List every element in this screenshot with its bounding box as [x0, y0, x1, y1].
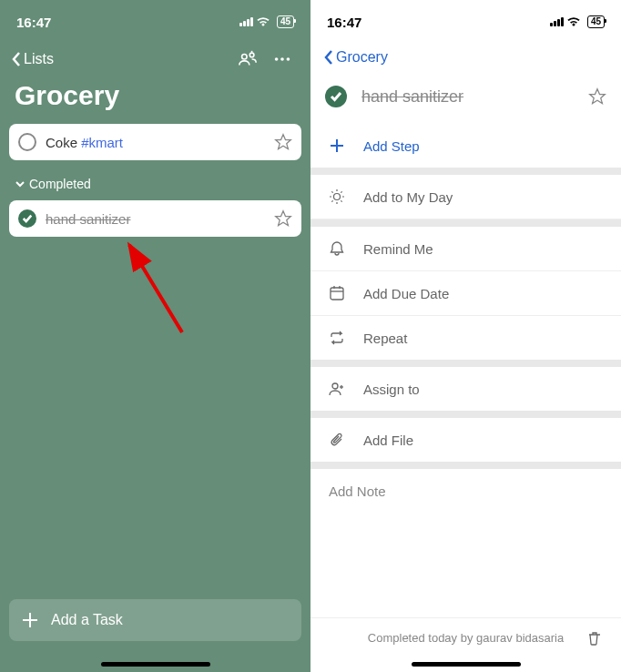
status-icons: 45	[239, 15, 294, 28]
task-title[interactable]: hand sanitizer	[361, 87, 574, 107]
repeat-row[interactable]: Repeat	[310, 316, 621, 360]
svg-line-23	[331, 200, 332, 201]
status-time: 16:47	[327, 15, 361, 30]
svg-line-22	[341, 200, 341, 201]
task-item-coke[interactable]: Coke #kmart	[9, 124, 301, 160]
remind-label: Remind Me	[363, 241, 433, 257]
add-note-label: Add Note	[329, 484, 386, 499]
bell-icon	[329, 240, 345, 257]
add-note-row[interactable]: Add Note	[310, 469, 621, 514]
svg-marker-13	[590, 89, 606, 104]
annotation-arrow-1	[82, 232, 191, 341]
list-title: Grocery	[0, 76, 310, 124]
task-header: hand sanitizer	[310, 73, 621, 124]
battery-icon: 45	[277, 15, 294, 28]
svg-point-5	[280, 57, 284, 61]
cellular-icon	[239, 17, 253, 26]
svg-point-16	[334, 194, 341, 200]
svg-line-24	[341, 191, 341, 192]
svg-marker-8	[276, 211, 291, 226]
task-text: Coke #kmart	[46, 135, 265, 150]
star-icon[interactable]	[274, 209, 292, 228]
svg-rect-25	[331, 288, 343, 300]
plus-icon	[22, 612, 38, 628]
svg-point-6	[287, 57, 290, 61]
trash-icon[interactable]	[586, 630, 603, 647]
checkbox-checked[interactable]	[325, 86, 347, 107]
home-indicator	[412, 662, 521, 667]
star-icon[interactable]	[274, 133, 292, 151]
home-indicator	[101, 662, 210, 667]
svg-marker-7	[276, 135, 291, 149]
checkbox-unchecked[interactable]	[18, 133, 36, 151]
chevron-down-icon	[15, 178, 25, 189]
remind-row[interactable]: Remind Me	[310, 227, 621, 271]
add-step-label: Add Step	[363, 138, 420, 154]
sun-icon	[329, 188, 345, 205]
person-plus-icon	[329, 381, 345, 397]
add-my-day-row[interactable]: Add to My Day	[310, 175, 621, 219]
task-detail-screen: 16:47 45 Grocery hand sanitizer Add Step…	[310, 0, 621, 672]
wifi-icon	[566, 16, 581, 27]
cellular-icon	[550, 17, 564, 26]
svg-point-0	[242, 55, 248, 60]
svg-point-1	[249, 53, 254, 57]
add-file-label: Add File	[363, 433, 413, 448]
share-icon[interactable]	[238, 49, 258, 69]
status-bar: 16:47 45	[0, 0, 310, 36]
footer: Completed today by gaurav bidasaria	[310, 617, 621, 645]
back-button[interactable]: Lists	[7, 51, 54, 67]
svg-line-21	[331, 191, 332, 192]
my-day-label: Add to My Day	[363, 189, 453, 205]
paperclip-icon	[329, 432, 345, 448]
add-step-row[interactable]: Add Step	[310, 124, 621, 168]
back-label: Grocery	[336, 49, 388, 66]
svg-line-12	[129, 245, 182, 332]
completed-label: Completed	[29, 177, 91, 191]
star-icon[interactable]	[588, 87, 606, 106]
assign-row[interactable]: Assign to	[310, 367, 621, 411]
battery-icon: 45	[587, 15, 605, 28]
svg-point-29	[332, 383, 338, 389]
task-text-done: hand sanitizer	[46, 211, 265, 227]
add-task-button[interactable]: Add a Task	[9, 599, 301, 641]
due-date-label: Add Due Date	[363, 286, 449, 301]
due-date-row[interactable]: Add Due Date	[310, 271, 621, 316]
completed-section-header[interactable]: Completed	[0, 168, 310, 200]
wifi-icon	[256, 16, 270, 27]
completed-info: Completed today by gaurav bidasaria	[325, 631, 606, 645]
add-file-row[interactable]: Add File	[310, 418, 621, 462]
svg-point-4	[275, 57, 279, 61]
nav-bar: Lists	[0, 36, 310, 76]
add-task-label: Add a Task	[51, 612, 123, 628]
assign-label: Assign to	[363, 382, 420, 397]
back-button[interactable]: Grocery	[310, 36, 621, 73]
back-label: Lists	[24, 51, 54, 67]
status-icons: 45	[550, 15, 605, 28]
status-time: 16:47	[16, 15, 51, 30]
repeat-label: Repeat	[363, 331, 407, 346]
calendar-icon	[329, 285, 345, 301]
repeat-icon	[329, 330, 345, 346]
status-bar: 16:47 45	[310, 0, 621, 36]
checkbox-checked[interactable]	[18, 209, 36, 228]
list-screen: 16:47 45 Lists Grocery Coke #kmart Compl…	[0, 0, 310, 672]
plus-icon	[329, 137, 345, 154]
more-icon[interactable]	[272, 49, 292, 69]
task-item-sanitizer[interactable]: hand sanitizer	[9, 200, 301, 237]
